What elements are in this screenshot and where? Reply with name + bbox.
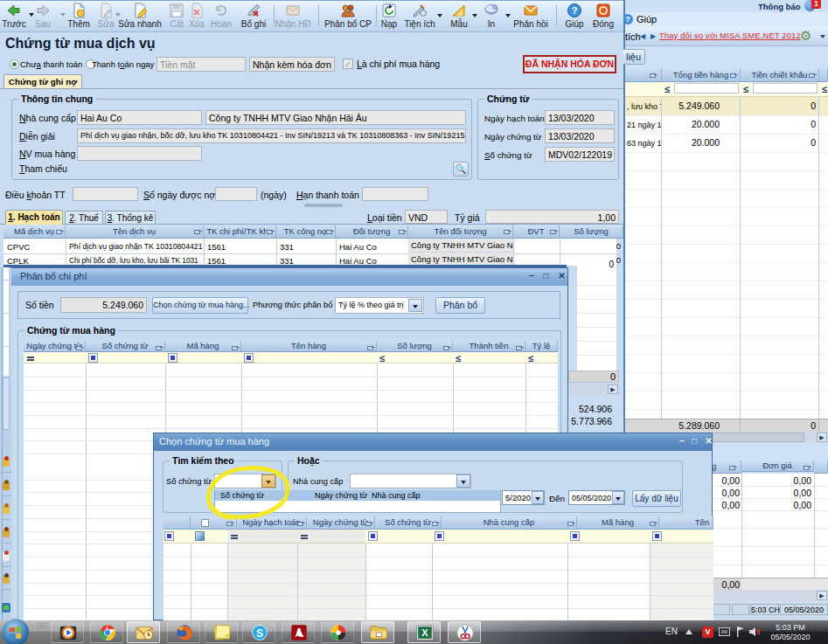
svg-text:?: ? [572,5,578,16]
svg-text:S: S [256,627,263,640]
svg-text:X: X [421,627,428,638]
